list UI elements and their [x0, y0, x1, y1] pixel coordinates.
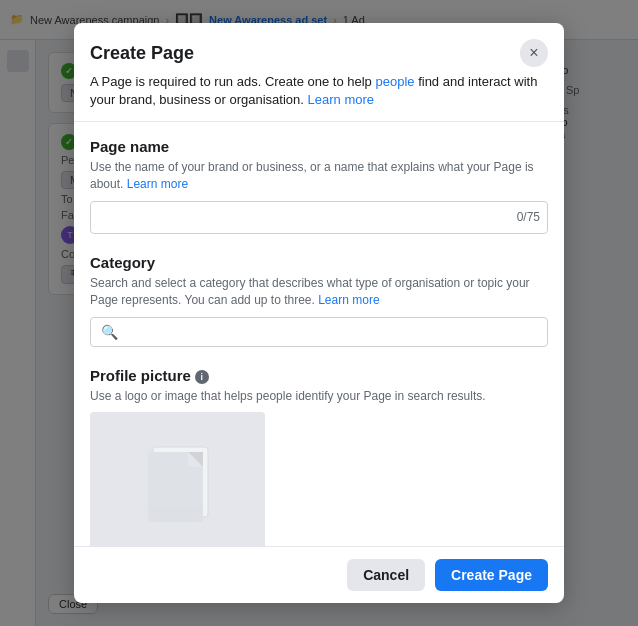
profile-picture-info-icon[interactable]: i: [195, 370, 209, 384]
modal-subtitle: A Page is required to run ads. Create on…: [90, 73, 548, 109]
category-search-input[interactable]: [126, 324, 537, 339]
subtitle-text: A Page is required to run ads. Create on…: [90, 74, 375, 89]
modal-header: Create Page × A Page is required to run …: [74, 23, 564, 122]
create-page-modal: Create Page × A Page is required to run …: [74, 23, 564, 603]
category-desc: Search and select a category that descri…: [90, 275, 548, 309]
profile-picture-box[interactable]: [90, 412, 265, 546]
modal-close-button[interactable]: ×: [520, 39, 548, 67]
subtitle-learn-more-link[interactable]: Learn more: [308, 92, 374, 107]
page-name-section: Page name Use the name of your brand or …: [90, 138, 548, 234]
profile-picture-section: Profile picture i Use a logo or image th…: [90, 367, 548, 546]
page-name-learn-more[interactable]: Learn more: [127, 177, 188, 191]
category-title: Category: [90, 254, 548, 271]
category-search-wrapper[interactable]: 🔍: [90, 317, 548, 347]
modal-body: Page name Use the name of your brand or …: [74, 122, 564, 546]
profile-picture-desc: Use a logo or image that helps people id…: [90, 388, 548, 405]
category-learn-more[interactable]: Learn more: [318, 293, 379, 307]
create-page-button[interactable]: Create Page: [435, 559, 548, 591]
page-name-title: Page name: [90, 138, 548, 155]
cancel-button[interactable]: Cancel: [347, 559, 425, 591]
modal-overlay: Create Page × A Page is required to run …: [0, 0, 638, 626]
page-placeholder-icon: [133, 437, 223, 527]
category-search-icon: 🔍: [101, 324, 118, 340]
modal-title: Create Page: [90, 43, 194, 64]
profile-pic-title-row: Profile picture i: [90, 367, 548, 388]
subtitle-people-link[interactable]: people: [375, 74, 414, 89]
page-name-char-counter: 0/75: [517, 210, 540, 224]
close-x-icon: ×: [529, 44, 538, 62]
profile-picture-title: Profile picture: [90, 367, 191, 384]
page-name-desc: Use the name of your brand or business, …: [90, 159, 548, 193]
page-name-input-wrapper: 0/75: [90, 201, 548, 234]
modal-title-row: Create Page ×: [90, 39, 548, 67]
page-name-input[interactable]: [90, 201, 548, 234]
category-section: Category Search and select a category th…: [90, 254, 548, 347]
modal-footer: Cancel Create Page: [74, 546, 564, 603]
